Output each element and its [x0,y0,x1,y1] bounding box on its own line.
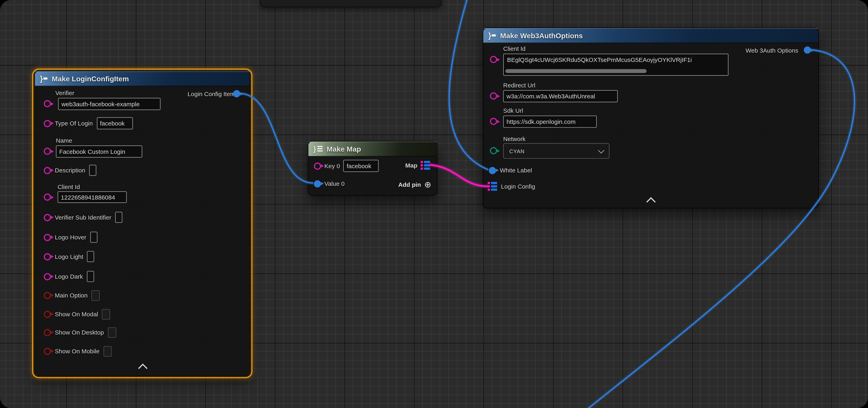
horizontal-scrollbar-thumb[interactable] [505,69,647,73]
wire-map-to-loginconfig [430,165,488,186]
sdk-url-pin[interactable] [490,118,497,125]
show-on-modal-checkbox[interactable] [102,309,110,319]
pin-label: Show On Modal [55,311,98,317]
pin-label: Description [55,167,85,174]
pin-label: Value 0 [324,180,345,187]
sdk-url-input[interactable]: https://sdk.openlogin.com [503,115,597,128]
pin-label: Logo Dark [55,273,83,280]
key0-pin[interactable] [314,162,321,170]
show-on-modal-pin[interactable] [44,310,51,318]
pin-label: Login Config [501,183,535,190]
show-on-mobile-checkbox[interactable] [103,346,112,356]
verifier-pin[interactable] [44,100,51,107]
pin-label: Main Option [55,292,88,299]
show-on-mobile-pin[interactable] [44,347,51,355]
pin-label: Logo Hover [55,234,86,241]
node-make-loginconfigitem[interactable]: Make LoginConfigItem Login Config Item V… [34,71,250,376]
node-title: Make Web3AuthOptions [500,31,583,39]
node-make-map[interactable]: Make Map Key 0 facebook Map Value 0 Add … [308,141,437,196]
field-label: Network [503,135,525,142]
map-output-pin[interactable] [421,161,430,170]
show-on-desktop-pin[interactable] [44,329,51,336]
verifier-input[interactable]: web3auth-facebook-example [58,98,160,110]
logo-light-input[interactable] [87,251,94,262]
offscreen-node-remnant[interactable] [260,0,442,7]
client-id-input[interactable]: 1222658941886084 [58,191,127,203]
pin-label: White Label [500,167,532,174]
node-title: Make Map [327,144,361,153]
make-struct-icon [488,31,496,40]
field-label: Verifier [55,90,74,96]
output-pin-label: Login Config Item [188,91,236,97]
redirect-url-input[interactable]: w3a://com.w3a.Web3AuthUnreal [503,90,618,102]
add-pin-plus-icon: ⊕ [424,180,431,189]
graph-canvas[interactable]: Make LoginConfigItem Login Config Item V… [0,0,868,408]
login-config-item-output-pin[interactable] [233,90,240,97]
name-input[interactable]: Facebook Custom Login [56,145,142,158]
wire-map-to-loginconfig-glow [430,165,488,186]
field-label: Sdk Url [503,107,523,114]
network-selected-value: CYAN [509,148,525,154]
login-config-pin[interactable] [488,182,497,191]
key0-input[interactable]: facebook [343,160,379,172]
type-of-login-pin[interactable] [44,120,51,127]
field-label: Client Id [503,45,525,52]
show-on-desktop-checkbox[interactable] [108,327,116,338]
name-pin[interactable] [44,147,51,155]
main-option-checkbox[interactable] [92,290,100,301]
node-header[interactable]: Make Map [308,141,437,157]
client-id-pin[interactable] [490,56,497,63]
make-map-icon [313,144,323,153]
add-pin-label: Add pin [398,181,421,188]
network-pin[interactable] [490,147,497,155]
collapse-chevron-icon[interactable] [646,197,656,206]
make-struct-icon [40,74,48,83]
pin-label: Type Of Login [55,120,93,127]
node-make-web3authoptions[interactable]: Make Web3AuthOptions Web 3Auth Options C… [483,28,818,208]
field-label: Redirect Url [503,82,535,89]
pin-label: Show On Mobile [55,348,99,354]
white-label-pin[interactable] [489,167,496,174]
node-title: Make LoginConfigItem [52,74,129,82]
redirect-url-pin[interactable] [490,92,497,100]
add-pin-button[interactable]: Add pin ⊕ [398,180,431,189]
logo-hover-input[interactable] [90,232,97,243]
client-id-pin[interactable] [44,194,51,201]
field-label: Name [56,137,72,144]
wire-loginconfigitem-to-value0 [239,94,313,183]
value0-pin[interactable] [314,180,321,187]
blueprint-editor: Make LoginConfigItem Login Config Item V… [0,0,868,408]
node-header[interactable]: Make LoginConfigItem [35,71,250,86]
map-output-label: Map [405,162,417,169]
logo-dark-input[interactable] [87,271,94,282]
type-of-login-input[interactable]: facebook [97,117,133,129]
verifier-sub-identifier-pin[interactable] [44,214,51,221]
collapse-chevron-icon[interactable] [138,364,148,373]
description-input[interactable] [89,165,96,176]
wire-top-to-whitelabel-glow [449,0,488,170]
output-pin-label: Web 3Auth Options [746,47,798,54]
pin-label: Key 0 [324,163,340,169]
main-option-pin[interactable] [44,292,51,299]
chevron-down-icon [598,147,604,153]
field-label: Client Id [58,183,80,190]
logo-dark-pin[interactable] [44,273,51,280]
pin-label: Show On Desktop [55,329,104,336]
description-pin[interactable] [44,167,51,174]
client-id-text: BEglQSgt4cUWcj6SKRdu5QkOXTsePmMcusG5EAoy… [504,54,728,63]
verifier-sub-identifier-input[interactable] [115,212,123,223]
network-dropdown[interactable]: CYAN [503,143,610,159]
pin-label: Verifier Sub Identifier [55,214,111,220]
client-id-input[interactable]: BEglQSgt4cUWcj6SKRdu5QkOXTsePmMcusG5EAoy… [503,54,728,76]
node-header[interactable]: Make Web3AuthOptions [483,28,818,43]
logo-hover-pin[interactable] [44,234,51,241]
logo-light-pin[interactable] [44,253,51,260]
pin-label: Logo Light [55,253,83,260]
wire-loginconfigitem-to-value0-glow [239,94,313,183]
web3auth-options-output-pin[interactable] [804,46,811,54]
wire-top-to-whitelabel [449,0,488,170]
